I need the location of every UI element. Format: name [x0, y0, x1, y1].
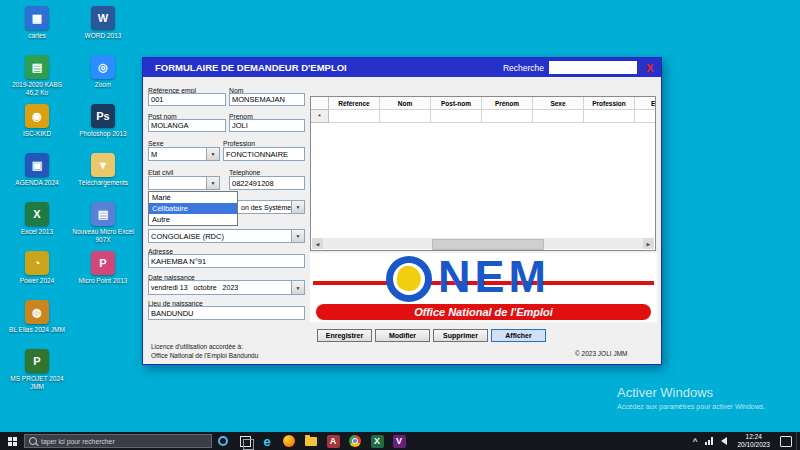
desktop-icon-telechargements[interactable]: ▼ Téléchargements: [72, 153, 134, 202]
taskbar-clock[interactable]: 12:24 20/10/2023: [731, 433, 776, 450]
grid-header-row: Référence Nom Post-nom Prénom Sexe Profe…: [311, 97, 655, 110]
desktop-icon-word[interactable]: W WORD 2013: [72, 6, 134, 55]
application-window: FORMULAIRE DE DEMANDEUR D'EMPLOI Recherc…: [142, 57, 662, 365]
titlebar-search-input[interactable]: [549, 61, 637, 74]
desktop-icon-label: Micro Point 2013: [79, 277, 128, 285]
task-view-icon[interactable]: [234, 432, 256, 450]
column-header-nom[interactable]: Nom: [380, 97, 431, 110]
desktop-icon-label: Photoshop 2013: [79, 130, 126, 138]
dropdown-option-marie[interactable]: Marié: [149, 192, 237, 203]
column-header-postnom[interactable]: Post-nom: [431, 97, 482, 110]
desktop-icon-cartes[interactable]: ▦ cartes: [6, 6, 68, 55]
activate-windows-line1: Activer Windows: [617, 385, 765, 400]
etat-civil-combobox[interactable]: ▼: [148, 176, 220, 190]
desktop-icon-label: Power 2024: [20, 277, 55, 285]
action-center-icon[interactable]: [776, 436, 796, 447]
edge-icon[interactable]: e: [256, 432, 278, 450]
profession-label: Profession: [223, 140, 255, 147]
grid-cell: [533, 110, 584, 123]
telephone-field[interactable]: [229, 176, 305, 190]
excel-icon[interactable]: X: [366, 432, 388, 450]
app-icon: ▣: [25, 153, 49, 177]
dropdown-option-autre[interactable]: Autre: [149, 214, 237, 225]
grid-horizontal-scrollbar[interactable]: ◀ ▶: [312, 238, 654, 249]
postnom-field[interactable]: [148, 119, 226, 132]
desktop-icon-excel[interactable]: X Excel 2013: [6, 202, 68, 251]
desktop-icon-label: ISC-KIKD: [23, 130, 51, 138]
firefox-icon[interactable]: [278, 432, 300, 450]
demandeurs-datagrid: Référence Nom Post-nom Prénom Sexe Profe…: [310, 96, 656, 251]
enregistrer-button[interactable]: Enregistrer: [317, 329, 372, 342]
network-icon[interactable]: [701, 437, 717, 445]
scrollbar-thumb[interactable]: [432, 239, 544, 250]
desktop-icon-label: MS PROJET 2024 JMM: [6, 375, 68, 391]
nationalite-value: CONGOLAISE (RDC): [151, 232, 224, 241]
nom-field[interactable]: [229, 93, 305, 106]
grid-new-row[interactable]: *: [311, 110, 655, 123]
desktop-icon-bl-elias[interactable]: ◍ BL Elias 2024 JMM: [6, 300, 68, 349]
tray-chevron-up-icon[interactable]: ^: [689, 437, 702, 446]
desktop-icon-micro-point[interactable]: P Micro Point 2013: [72, 251, 134, 300]
drc-map-icon: [395, 264, 422, 292]
taskbar-search-input[interactable]: taper ici pour rechercher: [24, 434, 212, 448]
telephone-label: Telephone: [229, 169, 260, 176]
volume-icon[interactable]: [717, 437, 731, 445]
modifier-button[interactable]: Modifier: [375, 329, 430, 342]
column-header-sexe[interactable]: Sexe: [533, 97, 584, 110]
sexe-combobox[interactable]: M ▼: [148, 147, 220, 161]
access-icon[interactable]: A: [322, 432, 344, 450]
nationalite-combobox[interactable]: CONGOLAISE (RDC) ▼: [148, 229, 305, 243]
close-button[interactable]: X: [642, 62, 658, 74]
desktop-icon-kabs[interactable]: ▤ 2019-2020 KABS 46,2 Ko: [6, 55, 68, 104]
chevron-down-icon[interactable]: ▼: [206, 148, 219, 160]
date-naissance-picker[interactable]: vendredi 13 octobre 2023 ▼: [148, 280, 305, 295]
column-header-prenom[interactable]: Prénom: [482, 97, 533, 110]
beer-icon: ◍: [25, 300, 49, 324]
grid-cell: [431, 110, 482, 123]
adresse-field[interactable]: [148, 254, 305, 268]
chevron-down-icon[interactable]: ▼: [291, 230, 304, 242]
desktop-icon-column-1: ▦ cartes ▤ 2019-2020 KABS 46,2 Ko ◉ ISC-…: [6, 6, 68, 398]
afficher-button[interactable]: Afficher: [491, 329, 546, 342]
column-header-profession[interactable]: Profession: [584, 97, 635, 110]
desktop-icon-label: WORD 2013: [85, 32, 122, 40]
file-explorer-icon[interactable]: [300, 432, 322, 450]
desktop-icon-isc-kikd[interactable]: ◉ ISC-KIKD: [6, 104, 68, 153]
column-header-reference[interactable]: Référence: [329, 97, 380, 110]
column-header-etat-civil[interactable]: Etat-c: [635, 97, 656, 110]
scroll-right-arrow[interactable]: ▶: [643, 238, 654, 249]
chevron-down-icon[interactable]: ▼: [291, 201, 304, 213]
show-desktop-button[interactable]: [796, 432, 800, 450]
desktop-icon-ms-projet[interactable]: P MS PROJET 2024 JMM: [6, 349, 68, 398]
cortana-icon[interactable]: [212, 432, 234, 450]
disc-icon: ◉: [25, 104, 49, 128]
logo-banner-text: Office National de l'Emploi: [316, 304, 651, 320]
window-content: Référence empl Nom Post nom Prenom Sexe …: [143, 77, 661, 364]
calendar-dropdown-icon[interactable]: ▼: [291, 281, 304, 294]
profession-field[interactable]: [223, 147, 305, 161]
prenom-field[interactable]: [229, 119, 305, 132]
chevron-down-icon[interactable]: ▼: [206, 177, 219, 189]
zoom-icon: ◎: [91, 55, 115, 79]
desktop-icon-photoshop[interactable]: Ps Photoshop 2013: [72, 104, 134, 153]
desktop-icon-nouveau-doc[interactable]: ▤ Nouveau Micro Excel 907X: [72, 202, 134, 251]
chrome-icon[interactable]: [344, 432, 366, 450]
date-naissance-value: vendredi 13 octobre 2023: [151, 284, 238, 291]
dropdown-option-celibataire[interactable]: Célibataire: [149, 203, 237, 214]
word-icon: W: [91, 6, 115, 30]
supprimer-button[interactable]: Supprimer: [433, 329, 488, 342]
logo-letters: NEM: [438, 253, 550, 305]
desktop-icon-agenda[interactable]: ▣ AGENDA 2024: [6, 153, 68, 202]
lieu-naissance-field[interactable]: [148, 306, 305, 320]
desktop-icon-power[interactable]: ◔ Power 2024: [6, 251, 68, 300]
sexe-value: M: [151, 150, 157, 159]
app-icon: P: [25, 349, 49, 373]
start-button[interactable]: [0, 432, 24, 450]
reference-field[interactable]: [148, 93, 226, 106]
desktop-icon-zoom[interactable]: ◎ Zoom: [72, 55, 134, 104]
desktop-icon-label: 2019-2020 KABS 46,2 Ko: [6, 81, 68, 97]
window-titlebar[interactable]: FORMULAIRE DE DEMANDEUR D'EMPLOI Recherc…: [143, 58, 661, 77]
scroll-left-arrow[interactable]: ◀: [312, 238, 323, 249]
license-line2: Office National de l'Emploi Bandundu: [151, 352, 258, 359]
visual-studio-icon[interactable]: V: [388, 432, 410, 450]
